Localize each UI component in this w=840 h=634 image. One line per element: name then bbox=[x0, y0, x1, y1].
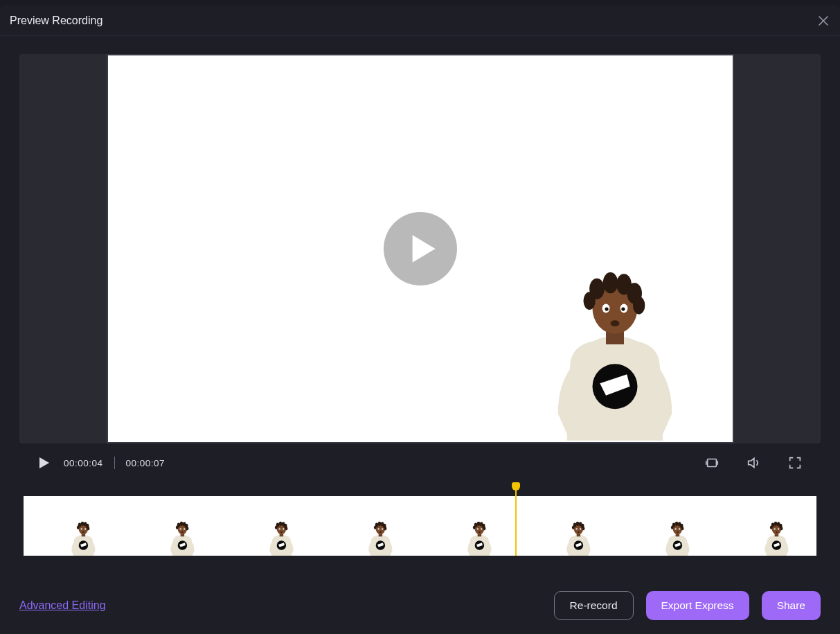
close-icon bbox=[819, 16, 828, 26]
current-time: 00:00:04 bbox=[64, 458, 103, 468]
re-record-button[interactable]: Re-record bbox=[554, 591, 634, 620]
footer-actions: Advanced Editing Re-record Export Expres… bbox=[19, 591, 821, 620]
fullscreen-icon bbox=[787, 455, 803, 470]
svg-rect-14 bbox=[708, 459, 717, 467]
character-avatar bbox=[463, 520, 496, 556]
timeline-frame[interactable] bbox=[618, 496, 717, 556]
timeline-frame[interactable] bbox=[420, 496, 519, 556]
player-controls: 00:00:04 00:00:07 bbox=[19, 448, 821, 478]
export-express-button[interactable]: Export Express bbox=[646, 591, 749, 620]
character-avatar bbox=[562, 520, 596, 556]
play-overlay-button[interactable] bbox=[384, 212, 457, 285]
volume-icon bbox=[746, 455, 761, 470]
character-avatar bbox=[760, 520, 794, 556]
video-preview-area bbox=[19, 54, 821, 443]
play-icon bbox=[39, 457, 50, 469]
video-canvas[interactable] bbox=[107, 54, 734, 443]
trim-button[interactable] bbox=[703, 454, 721, 472]
timeline-frame[interactable] bbox=[519, 496, 618, 556]
timeline-frame[interactable] bbox=[222, 496, 321, 556]
advanced-editing-link[interactable]: Advanced Editing bbox=[19, 599, 106, 612]
share-button[interactable]: Share bbox=[762, 591, 821, 620]
trim-icon bbox=[704, 455, 720, 470]
modal-title: Preview Recording bbox=[10, 15, 102, 27]
total-time: 00:00:07 bbox=[126, 458, 166, 468]
timeline[interactable] bbox=[24, 484, 816, 556]
character-avatar bbox=[661, 520, 695, 556]
character-avatar bbox=[539, 263, 691, 443]
play-icon bbox=[408, 234, 438, 264]
timeline-frame[interactable] bbox=[24, 496, 123, 556]
timeline-frame[interactable] bbox=[321, 496, 420, 556]
thumbnail-strip[interactable] bbox=[24, 496, 816, 556]
character-avatar bbox=[166, 520, 199, 556]
character-avatar bbox=[265, 520, 298, 556]
titlebar: Preview Recording bbox=[0, 6, 840, 36]
close-button[interactable] bbox=[816, 14, 830, 28]
character-avatar bbox=[364, 520, 397, 556]
playhead[interactable] bbox=[515, 484, 517, 556]
timeline-frame[interactable] bbox=[717, 496, 816, 556]
play-button[interactable] bbox=[39, 456, 53, 470]
volume-button[interactable] bbox=[744, 454, 762, 472]
preview-recording-modal: Preview Recording 00:00:04 00:00:07 bbox=[0, 6, 840, 634]
fullscreen-button[interactable] bbox=[786, 454, 804, 472]
time-separator bbox=[114, 457, 115, 469]
timeline-frame[interactable] bbox=[123, 496, 222, 556]
character-avatar bbox=[66, 520, 100, 556]
